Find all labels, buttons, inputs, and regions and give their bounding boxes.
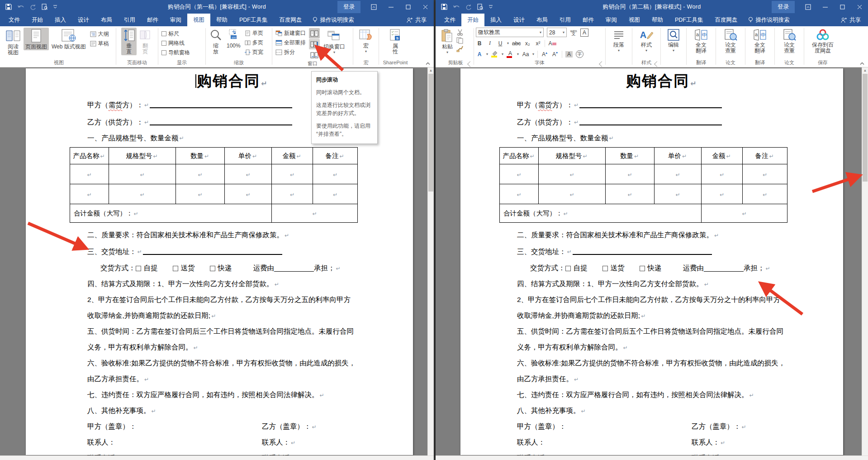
tab-文件[interactable]: 文件	[438, 14, 461, 26]
tab-邮件[interactable]: 邮件	[577, 14, 600, 26]
tab-邮件[interactable]: 邮件	[141, 14, 164, 26]
fulltext-translate-button-2[interactable]: a中 全文翻译	[751, 28, 768, 54]
ribbon-options-button[interactable]	[799, 0, 816, 14]
view-side-by-side-button[interactable]	[309, 28, 320, 38]
change-case-button[interactable]: Aa	[522, 51, 529, 58]
clear-formatting-button[interactable]: A	[548, 40, 556, 47]
tab-百度网盘[interactable]: 百度网盘	[274, 14, 308, 26]
tab-PDF工具集[interactable]: PDF工具集	[233, 14, 274, 26]
save-to-baidu-pan-button[interactable]: 保存到百度网盘	[808, 28, 837, 54]
character-shading-button[interactable]: A	[565, 51, 573, 58]
tab-百度网盘[interactable]: 百度网盘	[709, 14, 744, 26]
tab-审阅[interactable]: 审阅	[600, 14, 623, 26]
character-border-button[interactable]: A	[580, 29, 588, 37]
new-window-button[interactable]: 新建窗口	[274, 29, 307, 38]
zoom-button[interactable]: 缩放	[208, 28, 224, 55]
enclose-characters-button[interactable]: 字	[576, 50, 583, 58]
print-layout-button[interactable]: 页面视图	[24, 28, 49, 50]
tab-开始[interactable]: 开始	[461, 14, 484, 26]
save-icon[interactable]	[441, 4, 447, 10]
scrollbar-thumb[interactable]	[428, 74, 433, 192]
ruler-checkbox[interactable]: 标尺	[160, 29, 180, 38]
superscript-button[interactable]: x²	[534, 40, 541, 47]
underline-button[interactable]: U	[497, 40, 504, 47]
vertical-scrollbar-right[interactable]: ▲	[862, 67, 868, 455]
ribbon-options-button[interactable]	[365, 0, 382, 14]
tab-文件[interactable]: 文件	[3, 14, 26, 26]
one-page-button[interactable]: 单页	[243, 29, 265, 38]
tab-插入[interactable]: 插入	[484, 14, 508, 26]
tab-帮助[interactable]: 帮助	[646, 14, 669, 26]
highlight-button[interactable]	[491, 51, 498, 58]
split-button[interactable]: 拆分	[274, 48, 307, 57]
cut-icon[interactable]	[456, 29, 464, 36]
customize-qat-icon[interactable]	[53, 5, 57, 9]
editing-button[interactable]: 编辑 ▾	[666, 28, 681, 53]
gridlines-checkbox[interactable]: 网格线	[160, 38, 186, 48]
bold-button[interactable]: B	[476, 40, 483, 47]
tab-视图[interactable]: 视图	[187, 14, 210, 26]
save-icon[interactable]	[5, 4, 12, 10]
properties-button[interactable]: S 属性	[387, 28, 404, 55]
fulltext-translate-button-1[interactable]: a中 全文翻译	[693, 28, 710, 54]
subscript-button[interactable]: x₂	[524, 40, 531, 47]
italic-button[interactable]: I	[486, 40, 493, 47]
maximize-button[interactable]	[399, 0, 417, 14]
font-color-button[interactable]: A	[507, 50, 514, 58]
document-page-right[interactable]: 购销合同↵甲方（需货方）：↵乙方（供货方）：↵一、产品规格型号、数量金额↵产品名…	[460, 68, 843, 455]
scroll-up-icon[interactable]: ▲	[862, 68, 868, 72]
redo-icon[interactable]	[465, 4, 472, 10]
tab-引用[interactable]: 引用	[554, 14, 577, 26]
horizontal-scrollbar-left[interactable]	[0, 455, 434, 460]
web-layout-button[interactable]: Web 版式视图	[50, 28, 88, 50]
format-painter-icon[interactable]	[456, 45, 464, 52]
read-view-button[interactable]: 阅读视图	[4, 28, 23, 56]
reset-window-position-button[interactable]	[309, 50, 320, 60]
customize-qat-icon[interactable]	[489, 5, 493, 9]
close-button[interactable]	[851, 0, 868, 14]
signin-button[interactable]: 登录	[337, 1, 360, 13]
vertical-scrollbar-left[interactable]: ▲	[427, 67, 434, 455]
maximize-button[interactable]	[834, 0, 851, 14]
tell-me-search[interactable]: 操作说明搜索	[748, 14, 790, 26]
undo-icon[interactable]	[453, 4, 460, 10]
multi-page-button[interactable]: 多页	[243, 38, 265, 48]
tab-审阅[interactable]: 审阅	[164, 14, 187, 26]
tab-PDF工具集[interactable]: PDF工具集	[669, 14, 709, 26]
vertical-scroll-button[interactable]: 垂直	[121, 28, 137, 55]
signin-button[interactable]: 登录	[772, 1, 795, 13]
copy-icon[interactable]	[456, 37, 464, 44]
paste-button[interactable]: 粘贴 ▾	[439, 28, 455, 54]
tab-插入[interactable]: 插入	[49, 14, 72, 26]
shrink-font-button[interactable]: A▾	[551, 51, 559, 58]
tab-引用[interactable]: 引用	[118, 14, 141, 26]
print-preview-icon[interactable]	[477, 4, 484, 10]
arrange-all-button[interactable]: 全部重排	[274, 38, 307, 48]
paper-check-button-2[interactable]: 论文查重	[781, 28, 798, 54]
ribbon-collapse-icon[interactable]	[426, 62, 430, 65]
nav-pane-checkbox[interactable]: 导航窗格	[160, 48, 191, 58]
text-effects-button[interactable]: A	[476, 51, 483, 58]
share-button[interactable]: 共享	[407, 14, 427, 26]
close-button[interactable]	[417, 0, 434, 14]
synchronous-scrolling-button[interactable]	[309, 39, 320, 49]
grow-font-button[interactable]: A▴	[541, 51, 548, 58]
horizontal-scrollbar-right[interactable]	[436, 455, 868, 460]
tab-视图[interactable]: 视图	[623, 14, 646, 26]
document-canvas-right[interactable]: 购销合同↵甲方（需货方）：↵乙方（供货方）：↵一、产品规格型号、数量金额↵产品名…	[436, 67, 868, 460]
minimize-button[interactable]	[382, 0, 399, 14]
share-button[interactable]: 共享	[841, 14, 861, 26]
macros-button[interactable]: 宏 ▾	[357, 28, 375, 53]
ribbon-collapse-icon[interactable]	[860, 62, 864, 65]
scroll-up-icon[interactable]: ▲	[428, 68, 434, 72]
switch-windows-button[interactable]: 切换窗口 ▾	[322, 29, 347, 54]
paper-check-button-1[interactable]: 论文查重	[722, 28, 739, 54]
strikethrough-button[interactable]: abc	[512, 40, 521, 47]
print-preview-icon[interactable]	[42, 4, 48, 10]
tab-布局[interactable]: 布局	[531, 14, 554, 26]
font-size-combo[interactable]: 28▾	[547, 28, 567, 37]
zoom-100-button[interactable]: 100 100%	[225, 28, 242, 49]
styles-button[interactable]: A 样式 ▾	[638, 28, 655, 53]
page-width-button[interactable]: 页宽	[243, 48, 265, 57]
tab-帮助[interactable]: 帮助	[210, 14, 233, 26]
